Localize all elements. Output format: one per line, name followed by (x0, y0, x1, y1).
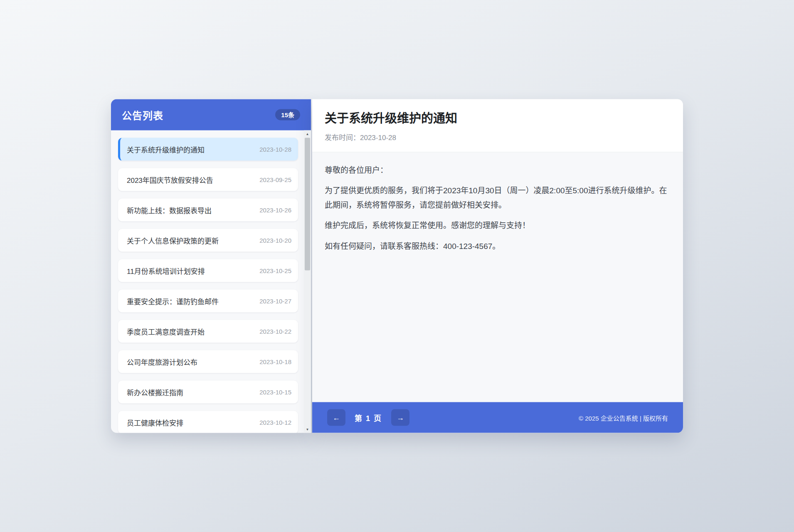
announcement-item-title: 重要安全提示：谨防钓鱼邮件 (127, 296, 219, 306)
announcement-list-item[interactable]: 季度员工满意度调查开始 2023-10-22 (118, 320, 298, 343)
detail-paragraph: 维护完成后，系统将恢复正常使用。感谢您的理解与支持！ (325, 219, 671, 233)
sidebar-header: 公告列表 15条 (111, 99, 311, 131)
copyright-text: © 2025 企业公告系统 | 版权所有 (579, 413, 668, 422)
announcement-detail-panel: 关于系统升级维护的通知 发布时间：2023-10-28 尊敬的各位用户： 为了提… (312, 99, 683, 433)
detail-paragraph: 为了提供更优质的服务，我们将于2023年10月30日（周一）凌晨2:00至5:0… (325, 184, 671, 212)
announcement-item-title: 新功能上线：数据报表导出 (127, 205, 212, 215)
detail-paragraph: 如有任何疑问，请联系客服热线：400-123-4567。 (325, 239, 671, 254)
sidebar-title: 公告列表 (122, 108, 163, 122)
announcement-item-date: 2023-10-22 (259, 328, 291, 335)
announcement-list-item[interactable]: 11月份系统培训计划安排 2023-10-25 (118, 259, 298, 282)
announcement-item-title: 公司年度旅游计划公布 (127, 357, 197, 367)
announcement-list-item[interactable]: 公司年度旅游计划公布 2023-10-18 (118, 350, 298, 373)
announcement-list-item[interactable]: 2023年国庆节放假安排公告 2023-09-25 (118, 168, 298, 191)
announcement-item-title: 季度员工满意度调查开始 (127, 326, 205, 337)
announcement-item-date: 2023-10-20 (259, 237, 291, 244)
detail-footer: ← 第 1 页 → © 2025 企业公告系统 | 版权所有 (312, 402, 683, 433)
announcement-list-item[interactable]: 关于个人信息保护政策的更新 2023-10-20 (118, 229, 298, 252)
announcement-item-date: 2023-10-18 (259, 358, 291, 365)
announcement-item-title: 2023年国庆节放假安排公告 (127, 175, 213, 185)
announcement-item-date: 2023-10-28 (259, 146, 291, 153)
announcement-item-title: 11月份系统培训计划安排 (127, 266, 205, 276)
announcement-item-date: 2023-10-25 (259, 267, 291, 274)
announcement-item-date: 2023-10-12 (259, 419, 291, 426)
scroll-up-icon[interactable]: ▲ (304, 131, 311, 138)
pagination: ← 第 1 页 → (327, 409, 409, 426)
prev-page-button[interactable]: ← (327, 409, 345, 426)
announcement-count-badge: 15条 (275, 109, 300, 121)
announcement-item-date: 2023-10-15 (259, 389, 291, 396)
announcement-item-date: 2023-10-26 (259, 207, 291, 214)
scrollbar-thumb[interactable] (305, 138, 310, 271)
scroll-down-icon[interactable]: ▼ (304, 426, 311, 433)
detail-body: 尊敬的各位用户： 为了提供更优质的服务，我们将于2023年10月30日（周一）凌… (312, 152, 683, 402)
announcement-item-title: 员工健康体检安排 (127, 417, 183, 428)
detail-title: 关于系统升级维护的通知 (325, 111, 671, 127)
list-scrollbar[interactable]: ▲ ▼ (304, 131, 311, 433)
sidebar: 公告列表 15条 关于系统升级维护的通知 2023-10-28 2023年国庆节… (111, 99, 311, 433)
detail-header: 关于系统升级维护的通知 发布时间：2023-10-28 (312, 99, 683, 153)
detail-paragraph: 尊敬的各位用户： (325, 163, 671, 177)
announcement-app: 公告列表 15条 关于系统升级维护的通知 2023-10-28 2023年国庆节… (111, 99, 683, 433)
announcement-list-item[interactable]: 新办公楼搬迁指南 2023-10-15 (118, 381, 298, 404)
current-page-label: 第 1 页 (355, 412, 382, 423)
detail-published-time: 发布时间：2023-10-28 (325, 131, 671, 142)
announcement-item-title: 新办公楼搬迁指南 (127, 387, 183, 397)
announcement-item-date: 2023-09-25 (259, 176, 291, 183)
scrollbar-track[interactable] (304, 138, 311, 426)
announcement-list-item[interactable]: 关于系统升级维护的通知 2023-10-28 (118, 138, 298, 161)
announcement-list-wrap: 关于系统升级维护的通知 2023-10-28 2023年国庆节放假安排公告 20… (111, 131, 311, 433)
announcement-list-item[interactable]: 新功能上线：数据报表导出 2023-10-26 (118, 199, 298, 222)
announcement-item-date: 2023-10-27 (259, 298, 291, 305)
next-page-button[interactable]: → (391, 409, 409, 426)
announcement-list-item[interactable]: 重要安全提示：谨防钓鱼邮件 2023-10-27 (118, 290, 298, 313)
announcement-item-title: 关于个人信息保护政策的更新 (127, 235, 219, 246)
announcement-list: 关于系统升级维护的通知 2023-10-28 2023年国庆节放假安排公告 20… (111, 131, 304, 433)
announcement-list-item[interactable]: 员工健康体检安排 2023-10-12 (118, 411, 298, 433)
announcement-item-title: 关于系统升级维护的通知 (127, 144, 205, 155)
